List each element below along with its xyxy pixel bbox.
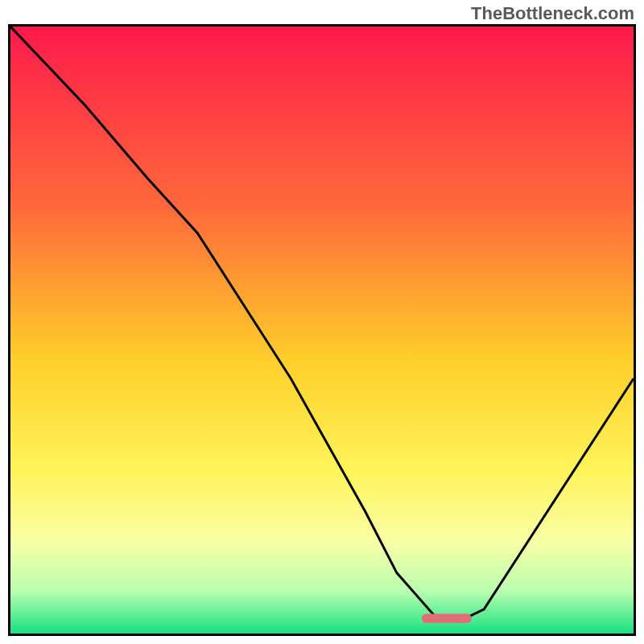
chart-background [10, 27, 634, 634]
chart-frame [8, 24, 636, 636]
optimal-marker [422, 614, 472, 623]
chart-svg [10, 27, 634, 634]
watermark-text: TheBottleneck.com [471, 3, 634, 24]
